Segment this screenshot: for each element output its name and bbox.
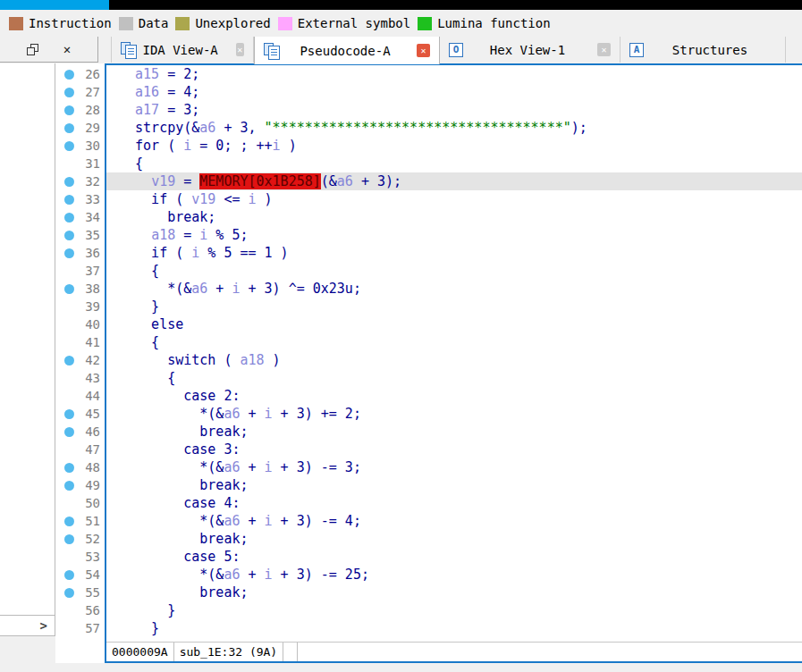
breakpoint-dot[interactable] [64,481,74,491]
gutter-row-54[interactable]: 54 [55,566,105,584]
gutter-row-42[interactable]: 42 [55,351,105,369]
legend-swatch-icon [119,17,133,30]
code-line-41[interactable]: { [106,333,802,351]
code-line-32[interactable]: v19 = MEMORY[0x1B258](&a6 + 3); [106,172,802,190]
code-line-33[interactable]: if ( v19 <= i ) [106,190,802,208]
expand-chevron-icon[interactable]: > [40,619,47,632]
tab-hex-view-1[interactable]: OHex View-1✕ [440,37,620,63]
tab-close-icon[interactable]: ✕ [417,44,430,57]
code-line-51[interactable]: *(&a6 + i + 3) -= 4; [106,512,802,530]
code-line-38[interactable]: *(&a6 + i + 3) ^= 0x23u; [106,280,802,298]
breakpoint-dot[interactable] [64,409,74,419]
code-line-34[interactable]: break; [106,208,802,226]
line-number: 28 [85,103,100,117]
code-line-45[interactable]: *(&a6 + i + 3) += 2; [106,405,802,423]
code-line-50[interactable]: case 4: [106,494,802,512]
code-line-36[interactable]: if ( i % 5 == 1 ) [106,244,802,262]
gutter-row-45[interactable]: 45 [55,405,105,423]
gutter-row-30[interactable]: 30 [55,137,105,155]
code-line-37[interactable]: { [106,262,802,280]
code-line-56[interactable]: } [106,601,802,619]
code-line-53[interactable]: case 5: [106,548,802,566]
gutter-row-43[interactable]: 43 [55,369,105,387]
gutter-row-57[interactable]: 57 [55,619,105,637]
gutter-row-26[interactable]: 26 [55,65,105,83]
breakpoint-dot[interactable] [64,534,74,544]
gutter-row-49[interactable]: 49 [55,476,105,494]
code-line-26[interactable]: a15 = 2; [106,65,802,83]
breakpoint-dot[interactable] [64,356,74,365]
gutter-row-37[interactable]: 37 [55,262,105,280]
breakpoint-dot[interactable] [64,570,74,580]
gutter-row-28[interactable]: 28 [55,101,105,119]
gutter-row-48[interactable]: 48 [55,458,105,476]
gutter-row-55[interactable]: 55 [55,584,105,601]
code-line-44[interactable]: case 2: [106,387,802,405]
breakpoint-dot[interactable] [64,105,74,115]
breakpoint-dot[interactable] [64,427,74,437]
float-window-icon[interactable] [27,44,38,55]
code-line-40[interactable]: else [106,315,802,333]
gutter-row-52[interactable]: 52 [55,530,105,548]
gutter-row-47[interactable]: 47 [55,441,105,458]
gutter-row-38[interactable]: 38 [55,280,105,298]
tab-ida-view-a[interactable]: IDA View-A✕ [111,37,254,63]
code-line-46[interactable]: break; [106,423,802,441]
breakpoint-dot[interactable] [64,213,74,223]
breakpoint-dot[interactable] [64,141,74,151]
gutter-row-46[interactable]: 46 [55,423,105,441]
tab-close-icon[interactable]: ✕ [597,43,611,56]
gutter-row-29[interactable]: 29 [55,119,105,137]
breakpoint-dot[interactable] [64,177,74,187]
tab-pseudocode-a[interactable]: Pseudocode-A✕ [254,37,440,64]
tab-close-icon[interactable]: ✕ [236,43,244,56]
code-line-35[interactable]: a18 = i % 5; [106,226,802,244]
gutter-row-50[interactable]: 50 [55,494,105,512]
code-line-48[interactable]: *(&a6 + i + 3) -= 3; [106,458,802,476]
code-line-30[interactable]: for ( i = 0; ; ++i ) [106,137,802,155]
breakpoint-dot[interactable] [64,588,74,598]
gutter-row-40[interactable]: 40 [55,315,105,333]
gutter-row-51[interactable]: 51 [55,512,105,530]
code-view[interactable]: a15 = 2; a16 = 4; a17 = 3; strcpy(&a6 + … [105,63,802,663]
gutter-row-53[interactable]: 53 [55,548,105,566]
code-line-39[interactable]: } [106,298,802,315]
code-line-31[interactable]: { [106,155,802,172]
breakpoint-dot[interactable] [64,231,74,240]
breakpoint-dot[interactable] [64,248,74,258]
code-line-54[interactable]: *(&a6 + i + 3) -= 25; [106,566,802,584]
breakpoint-dot[interactable] [64,463,74,473]
breakpoint-dot[interactable] [64,88,74,97]
gutter-row-31[interactable]: 31 [55,155,105,172]
code-line-47[interactable]: case 3: [106,441,802,458]
breakpoint-dot[interactable] [64,195,74,205]
gutter-row-39[interactable]: 39 [55,298,105,315]
gutter-row-35[interactable]: 35 [55,226,105,244]
code-line-27[interactable]: a16 = 4; [106,83,802,101]
code-line-43[interactable]: { [106,369,802,387]
gutter-row-44[interactable]: 44 [55,387,105,405]
code-line-29[interactable]: strcpy(&a6 + 3, "***********************… [106,119,802,137]
breakpoint-dot[interactable] [64,123,74,133]
gutter-row-56[interactable]: 56 [55,601,105,619]
legend-label: Instruction [29,16,112,30]
gutter-row-34[interactable]: 34 [55,208,105,226]
code-line-49[interactable]: break; [106,476,802,494]
breakpoint-dot[interactable] [64,517,74,526]
highlighted-memory-token[interactable]: MEMORY[0x1B258] [199,173,320,189]
gutter-row-33[interactable]: 33 [55,190,105,208]
line-number: 53 [85,550,100,564]
gutter-row-41[interactable]: 41 [55,333,105,351]
code-line-55[interactable]: break; [106,584,802,601]
code-line-42[interactable]: switch ( a18 ) [106,351,802,369]
gutter-row-27[interactable]: 27 [55,83,105,101]
code-line-52[interactable]: break; [106,530,802,548]
breakpoint-dot[interactable] [64,284,74,294]
gutter-row-36[interactable]: 36 [55,244,105,262]
code-line-28[interactable]: a17 = 3; [106,101,802,119]
code-line-57[interactable]: } [106,619,802,637]
tab-structures[interactable]: AStructures [620,37,786,63]
gutter-row-32[interactable]: 32 [55,172,105,190]
close-panel-icon[interactable]: ✕ [63,43,71,55]
breakpoint-dot[interactable] [64,70,74,80]
